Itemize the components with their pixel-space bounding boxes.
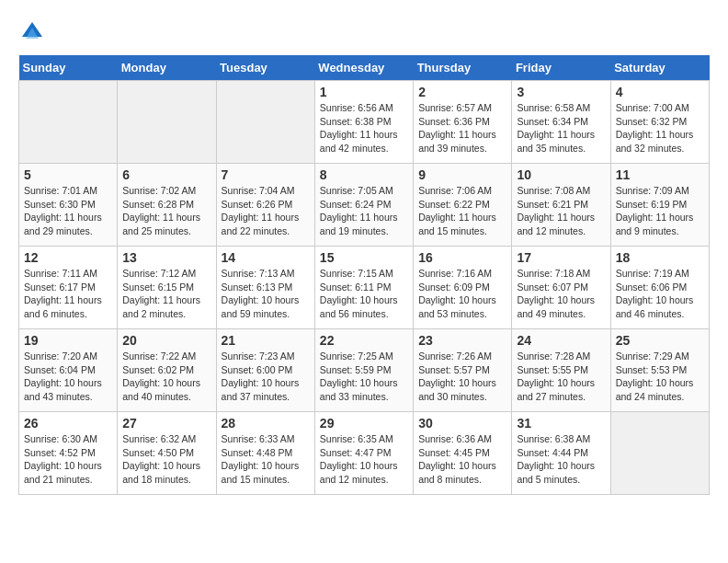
day-info: Sunrise: 6:57 AM Sunset: 6:36 PM Dayligh… — [418, 101, 506, 155]
calendar-table: SundayMondayTuesdayWednesdayThursdayFrid… — [18, 55, 710, 495]
calendar-cell: 12Sunrise: 7:11 AM Sunset: 6:17 PM Dayli… — [19, 247, 118, 329]
weekday-header-tuesday: Tuesday — [216, 55, 314, 81]
day-number: 11 — [616, 167, 704, 182]
day-info: Sunrise: 7:23 AM Sunset: 6:00 PM Dayligh… — [222, 350, 310, 404]
day-number: 10 — [517, 167, 605, 182]
calendar-cell: 28Sunrise: 6:33 AM Sunset: 4:48 PM Dayli… — [216, 412, 314, 495]
day-number: 21 — [222, 333, 310, 348]
day-info: Sunrise: 7:25 AM Sunset: 5:59 PM Dayligh… — [320, 350, 408, 404]
day-info: Sunrise: 6:58 AM Sunset: 6:34 PM Dayligh… — [517, 101, 605, 155]
day-info: Sunrise: 6:56 AM Sunset: 6:38 PM Dayligh… — [320, 101, 408, 155]
weekday-header-saturday: Saturday — [610, 55, 709, 81]
day-number: 30 — [418, 416, 506, 431]
day-info: Sunrise: 7:18 AM Sunset: 6:07 PM Dayligh… — [517, 267, 605, 321]
calendar-cell: 2Sunrise: 6:57 AM Sunset: 6:36 PM Daylig… — [414, 81, 512, 164]
calendar-cell: 6Sunrise: 7:02 AM Sunset: 6:28 PM Daylig… — [118, 164, 216, 247]
day-info: Sunrise: 7:01 AM Sunset: 6:30 PM Dayligh… — [24, 184, 112, 238]
calendar-cell — [610, 412, 709, 495]
day-info: Sunrise: 7:28 AM Sunset: 5:55 PM Dayligh… — [517, 350, 605, 404]
day-info: Sunrise: 7:19 AM Sunset: 6:06 PM Dayligh… — [616, 267, 704, 321]
calendar-cell: 19Sunrise: 7:20 AM Sunset: 6:04 PM Dayli… — [19, 329, 118, 412]
day-info: Sunrise: 7:15 AM Sunset: 6:11 PM Dayligh… — [320, 267, 408, 321]
calendar-cell: 22Sunrise: 7:25 AM Sunset: 5:59 PM Dayli… — [314, 329, 413, 412]
day-number: 29 — [320, 416, 408, 431]
calendar-cell — [216, 81, 314, 164]
calendar-cell: 26Sunrise: 6:30 AM Sunset: 4:52 PM Dayli… — [19, 412, 118, 495]
calendar-cell: 27Sunrise: 6:32 AM Sunset: 4:50 PM Dayli… — [118, 412, 216, 495]
day-number: 23 — [418, 333, 506, 348]
weekday-header-thursday: Thursday — [414, 55, 512, 81]
day-number: 17 — [517, 250, 605, 265]
day-number: 7 — [222, 167, 310, 182]
calendar-cell: 4Sunrise: 7:00 AM Sunset: 6:32 PM Daylig… — [610, 81, 709, 164]
calendar-cell: 11Sunrise: 7:09 AM Sunset: 6:19 PM Dayli… — [610, 164, 709, 247]
day-number: 31 — [517, 416, 605, 431]
day-number: 27 — [122, 416, 210, 431]
day-info: Sunrise: 7:04 AM Sunset: 6:26 PM Dayligh… — [222, 184, 310, 238]
weekday-header-friday: Friday — [512, 55, 610, 81]
day-info: Sunrise: 7:26 AM Sunset: 5:57 PM Dayligh… — [418, 350, 506, 404]
calendar-cell: 23Sunrise: 7:26 AM Sunset: 5:57 PM Dayli… — [414, 329, 512, 412]
calendar-cell: 30Sunrise: 6:36 AM Sunset: 4:45 PM Dayli… — [414, 412, 512, 495]
day-number: 3 — [517, 85, 605, 99]
week-row-2: 5Sunrise: 7:01 AM Sunset: 6:30 PM Daylig… — [19, 164, 710, 247]
weekday-header-row: SundayMondayTuesdayWednesdayThursdayFrid… — [19, 55, 710, 81]
day-number: 5 — [24, 167, 112, 182]
day-number: 4 — [616, 85, 704, 99]
calendar-cell: 3Sunrise: 6:58 AM Sunset: 6:34 PM Daylig… — [512, 81, 610, 164]
week-row-1: 1Sunrise: 6:56 AM Sunset: 6:38 PM Daylig… — [19, 81, 710, 164]
calendar-cell — [19, 81, 118, 164]
week-row-3: 12Sunrise: 7:11 AM Sunset: 6:17 PM Dayli… — [19, 247, 710, 329]
day-info: Sunrise: 7:02 AM Sunset: 6:28 PM Dayligh… — [122, 184, 210, 238]
day-number: 16 — [418, 250, 506, 265]
day-number: 28 — [222, 416, 310, 431]
day-info: Sunrise: 6:33 AM Sunset: 4:48 PM Dayligh… — [222, 432, 310, 487]
calendar-cell: 10Sunrise: 7:08 AM Sunset: 6:21 PM Dayli… — [512, 164, 610, 247]
day-number: 25 — [616, 333, 704, 348]
calendar-cell: 17Sunrise: 7:18 AM Sunset: 6:07 PM Dayli… — [512, 247, 610, 329]
weekday-header-monday: Monday — [118, 55, 216, 81]
page-header — [18, 18, 710, 46]
day-info: Sunrise: 7:00 AM Sunset: 6:32 PM Dayligh… — [616, 101, 704, 155]
calendar-cell: 16Sunrise: 7:16 AM Sunset: 6:09 PM Dayli… — [414, 247, 512, 329]
day-info: Sunrise: 7:29 AM Sunset: 5:53 PM Dayligh… — [616, 350, 704, 404]
calendar-cell: 1Sunrise: 6:56 AM Sunset: 6:38 PM Daylig… — [314, 81, 413, 164]
week-row-5: 26Sunrise: 6:30 AM Sunset: 4:52 PM Dayli… — [19, 412, 710, 495]
logo-icon — [18, 18, 46, 46]
day-info: Sunrise: 6:35 AM Sunset: 4:47 PM Dayligh… — [320, 432, 408, 487]
day-info: Sunrise: 7:12 AM Sunset: 6:15 PM Dayligh… — [122, 267, 210, 321]
day-number: 8 — [320, 167, 408, 182]
calendar-cell: 5Sunrise: 7:01 AM Sunset: 6:30 PM Daylig… — [19, 164, 118, 247]
day-number: 13 — [122, 250, 210, 265]
day-info: Sunrise: 6:36 AM Sunset: 4:45 PM Dayligh… — [418, 432, 506, 487]
weekday-header-wednesday: Wednesday — [314, 55, 413, 81]
calendar-cell — [118, 81, 216, 164]
calendar-cell: 29Sunrise: 6:35 AM Sunset: 4:47 PM Dayli… — [314, 412, 413, 495]
calendar-cell: 13Sunrise: 7:12 AM Sunset: 6:15 PM Dayli… — [118, 247, 216, 329]
day-info: Sunrise: 7:13 AM Sunset: 6:13 PM Dayligh… — [222, 267, 310, 321]
day-info: Sunrise: 7:16 AM Sunset: 6:09 PM Dayligh… — [418, 267, 506, 321]
day-number: 6 — [122, 167, 210, 182]
day-info: Sunrise: 7:22 AM Sunset: 6:02 PM Dayligh… — [122, 350, 210, 404]
week-row-4: 19Sunrise: 7:20 AM Sunset: 6:04 PM Dayli… — [19, 329, 710, 412]
calendar-cell: 20Sunrise: 7:22 AM Sunset: 6:02 PM Dayli… — [118, 329, 216, 412]
weekday-header-sunday: Sunday — [19, 55, 118, 81]
calendar-cell: 21Sunrise: 7:23 AM Sunset: 6:00 PM Dayli… — [216, 329, 314, 412]
calendar-cell: 14Sunrise: 7:13 AM Sunset: 6:13 PM Dayli… — [216, 247, 314, 329]
day-info: Sunrise: 7:09 AM Sunset: 6:19 PM Dayligh… — [616, 184, 704, 238]
day-number: 15 — [320, 250, 408, 265]
calendar-cell: 8Sunrise: 7:05 AM Sunset: 6:24 PM Daylig… — [314, 164, 413, 247]
calendar-cell: 7Sunrise: 7:04 AM Sunset: 6:26 PM Daylig… — [216, 164, 314, 247]
day-info: Sunrise: 6:38 AM Sunset: 4:44 PM Dayligh… — [517, 432, 605, 487]
day-number: 26 — [24, 416, 112, 431]
day-number: 22 — [320, 333, 408, 348]
calendar-cell: 24Sunrise: 7:28 AM Sunset: 5:55 PM Dayli… — [512, 329, 610, 412]
day-number: 9 — [418, 167, 506, 182]
day-info: Sunrise: 7:11 AM Sunset: 6:17 PM Dayligh… — [24, 267, 112, 321]
day-info: Sunrise: 7:08 AM Sunset: 6:21 PM Dayligh… — [517, 184, 605, 238]
day-number: 24 — [517, 333, 605, 348]
day-number: 19 — [24, 333, 112, 348]
calendar-cell: 9Sunrise: 7:06 AM Sunset: 6:22 PM Daylig… — [414, 164, 512, 247]
calendar-cell: 25Sunrise: 7:29 AM Sunset: 5:53 PM Dayli… — [610, 329, 709, 412]
day-info: Sunrise: 6:30 AM Sunset: 4:52 PM Dayligh… — [24, 432, 112, 487]
